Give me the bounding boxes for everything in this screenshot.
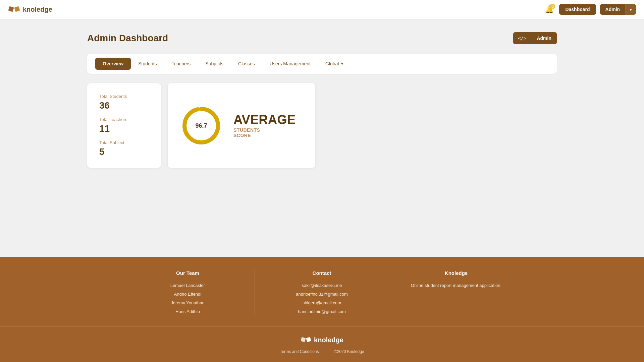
our-team-title: Our Team <box>134 270 241 276</box>
total-teachers-label: Total Teachers <box>99 117 149 122</box>
contact-title: Contact <box>268 270 375 276</box>
footer-top: Our Team Lemuel Lancaster Andrio Effendi… <box>0 270 644 326</box>
score-label: AVERAGE STUDENTS SCORE <box>233 113 296 138</box>
copyright-text: ©2020 Knoledge <box>334 349 364 354</box>
tabs-container: Overview Students Teachers Subjects Clas… <box>87 54 557 74</box>
tab-overview[interactable]: Overview <box>95 58 131 70</box>
knoledge-desc: Online student report management applica… <box>402 281 510 290</box>
admin-main-button[interactable]: Admin <box>600 4 626 15</box>
total-subject-value: 5 <box>99 146 149 157</box>
dashboard-button[interactable]: Dashboard <box>559 4 596 15</box>
team-member-2: Andrio Effendi <box>134 290 241 299</box>
tab-users-management[interactable]: Users Management <box>262 58 318 70</box>
tab-subjects[interactable]: Subjects <box>198 58 231 70</box>
contact-2: andrioeffndi31@gmail.com <box>268 290 375 299</box>
footer-logo: knoledge <box>0 335 644 345</box>
average-text: AVERAGE <box>233 113 296 126</box>
chevron-down-icon: ▼ <box>629 8 633 12</box>
admin-badge-label: Admin <box>531 32 557 44</box>
page-header: Admin Dashboard </> Admin <box>87 32 557 44</box>
team-member-1: Lemuel Lancaster <box>134 281 241 290</box>
notification-button[interactable]: 🔔 0 <box>543 4 555 15</box>
navbar-right: 🔔 0 Dashboard Admin ▼ <box>543 4 636 15</box>
brand-name: knoledge <box>23 6 52 13</box>
code-icon: </> <box>513 32 531 44</box>
footer-knoledge: Knoledge Online student report managemen… <box>389 270 523 316</box>
contact-1: sakii@itsakaseru.me <box>268 281 375 290</box>
knoledge-title: Knoledge <box>402 270 510 276</box>
main-content: Admin Dashboard </> Admin Overview Stude… <box>0 19 644 257</box>
footer-brand-name: knoledge <box>314 336 343 344</box>
footer: Our Team Lemuel Lancaster Andrio Effendi… <box>0 257 644 362</box>
stats-card: Total Students 36 Total Teachers 11 Tota… <box>87 83 161 168</box>
footer-bottom: knoledge Terms and Conditions ©2020 Knol… <box>0 326 644 362</box>
brand-logo-icon <box>8 3 20 15</box>
tab-teachers[interactable]: Teachers <box>164 58 198 70</box>
tab-global-chevron: ▼ <box>340 62 344 66</box>
brand: knoledge <box>8 3 52 15</box>
footer-logo-icon <box>301 335 311 345</box>
total-subject-label: Total Subject <box>99 140 149 145</box>
terms-link[interactable]: Terms and Conditions <box>280 349 319 354</box>
admin-badge: </> Admin <box>513 32 557 44</box>
students-score-text: STUDENTS SCORE <box>233 127 296 138</box>
notification-badge: 0 <box>550 4 555 9</box>
navbar: knoledge 🔔 0 Dashboard Admin ▼ <box>0 0 644 19</box>
total-students-label: Total Students <box>99 94 149 99</box>
tab-global[interactable]: Global ▼ <box>318 58 351 70</box>
svg-rect-4 <box>301 337 306 342</box>
team-member-3: Jeremy Yonathan <box>134 299 241 307</box>
footer-separator <box>325 349 329 354</box>
total-teachers-value: 11 <box>99 123 149 134</box>
total-students-value: 36 <box>99 100 149 111</box>
team-member-4: Hans Adithio <box>134 307 241 316</box>
contact-4: hans.adithio@gmail.com <box>268 307 375 316</box>
svg-rect-1 <box>14 6 20 12</box>
footer-contact: Contact sakii@itsakaseru.me andrioeffndi… <box>255 270 389 316</box>
admin-dropdown-button[interactable]: ▼ <box>625 4 636 15</box>
page-title: Admin Dashboard <box>87 33 168 44</box>
admin-button-group: Admin ▼ <box>600 4 636 15</box>
footer-links: Terms and Conditions ©2020 Knoledge <box>0 349 644 354</box>
score-donut-chart: 96.7 <box>181 106 221 146</box>
contact-3: shigeru@gmail.com <box>268 299 375 307</box>
footer-our-team: Our Team Lemuel Lancaster Andrio Effendi… <box>121 270 255 316</box>
svg-rect-5 <box>306 337 311 342</box>
tab-classes[interactable]: Classes <box>231 58 262 70</box>
tab-students[interactable]: Students <box>131 58 164 70</box>
cards-row: Total Students 36 Total Teachers 11 Tota… <box>87 83 557 168</box>
svg-rect-0 <box>8 6 14 12</box>
score-value: 96.7 <box>195 122 207 129</box>
score-card: 96.7 AVERAGE STUDENTS SCORE <box>168 83 315 168</box>
